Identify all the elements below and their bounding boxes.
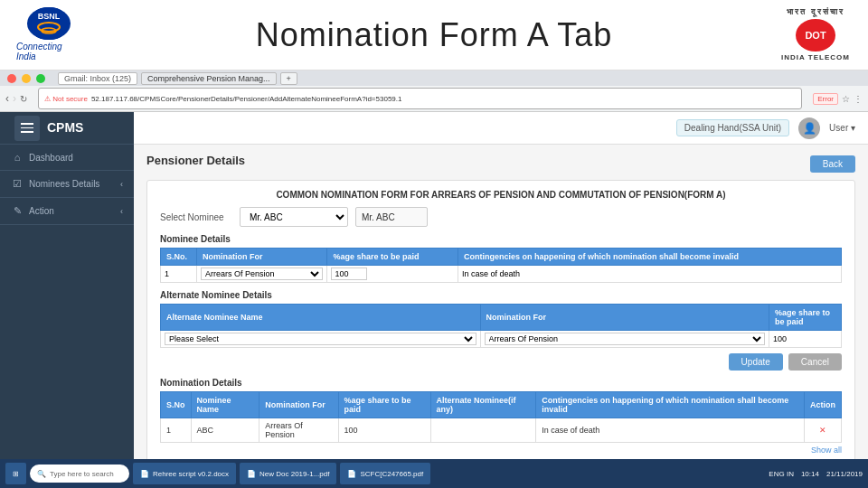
browser-chrome: Gmail: Inbox (125) Comprehensive Pension…: [0, 70, 868, 112]
alt-cell-age: 100: [769, 331, 842, 348]
bsnl-logo-icon: BSNL: [27, 7, 71, 40]
bookmark-icon[interactable]: ☆: [842, 94, 850, 104]
nd-th-name: Nominee Name: [191, 392, 259, 418]
action-icon: ✎: [11, 205, 24, 217]
dot-circle: DOT: [796, 19, 835, 52]
nd-th-age: %age share to be paid: [338, 392, 430, 418]
nominee-cell-sno: 1: [161, 266, 197, 283]
section-title: Pensioner Details: [146, 154, 245, 167]
nominee-th-contingencies: Contingencies on happening of which nomi…: [458, 249, 841, 266]
new-tab-btn[interactable]: +: [280, 72, 297, 85]
nominee-th-for: Nomination For: [197, 249, 327, 266]
sidebar-logo: CPMS: [47, 112, 83, 145]
update-button[interactable]: Update: [729, 353, 783, 371]
alt-nominee-select[interactable]: Please Select: [165, 333, 476, 345]
taskbar-search[interactable]: 🔍 Type here to search: [30, 465, 129, 483]
nd-cell-alternate: [430, 418, 536, 443]
nomination-for-select[interactable]: Arrears Of Pension: [201, 267, 323, 280]
show-all-link[interactable]: Show all: [160, 446, 842, 455]
search-placeholder-text: Type here to search: [50, 470, 114, 478]
nominee-value-display: Mr. ABC: [355, 207, 428, 227]
taskbar-item-2[interactable]: 📄 New Doc 2019-1...pdf: [240, 463, 336, 484]
app-wrapper: CPMS ⌂ Dashboard ☑ Nominees Details ‹ ✎ …: [0, 112, 868, 488]
alt-th-name: Alternate Nominee Name: [161, 305, 481, 331]
hamburger-icon[interactable]: [14, 116, 40, 141]
taskbar-doc-icon-3: 📄: [347, 470, 356, 478]
taskbar: ⊞ 🔍 Type here to search 📄 Rehree script …: [0, 459, 868, 488]
user-avatar: 👤: [798, 117, 820, 139]
nominee-cell-contingencies: In case of death: [458, 266, 841, 283]
taskbar-label-3: SCFC[C247665.pdf: [360, 470, 423, 478]
nd-cell-contingencies: In case of death: [536, 418, 805, 443]
start-button[interactable]: ⊞: [5, 463, 26, 484]
nominee-details-title: Nominee Details: [160, 234, 842, 244]
dealing-hand-label: Dealing Hand(SSA Unit): [676, 119, 789, 136]
nd-cell-sno: 1: [161, 418, 192, 443]
back-button[interactable]: Back: [810, 155, 855, 173]
nd-th-alternate: Alternate Nominee(if any): [430, 392, 536, 418]
windows-icon: ⊞: [13, 470, 19, 478]
taskbar-right: ENG IN 10:14 21/11/2019: [769, 470, 863, 478]
alt-th-age: %age share to be paid: [769, 305, 842, 331]
alt-cell-for[interactable]: Arrears Of Pension: [480, 331, 769, 348]
alt-nomination-for-select[interactable]: Arrears Of Pension: [485, 333, 765, 345]
nd-th-for: Nomination For: [259, 392, 338, 418]
nav-forward[interactable]: ›: [13, 92, 16, 105]
select-nominee-label: Select Nominee: [160, 212, 232, 222]
refresh-icon[interactable]: ↻: [20, 94, 27, 104]
nominee-cell-age[interactable]: [327, 266, 458, 283]
maximize-btn[interactable]: [36, 74, 45, 83]
taskbar-time: 10:14: [801, 470, 819, 478]
minimize-btn[interactable]: [22, 74, 31, 83]
nominee-select[interactable]: Mr. ABC: [240, 207, 348, 227]
taskbar-doc-icon-2: 📄: [247, 470, 256, 478]
taskbar-item-3[interactable]: 📄 SCFC[C247665.pdf: [340, 463, 430, 484]
taskbar-doc-icon-1: 📄: [140, 470, 149, 478]
dashboard-icon: ⌂: [11, 152, 24, 163]
cpms-tab[interactable]: Comprehensive Pension Manag...: [141, 72, 277, 85]
sidebar-item-nominees[interactable]: ☑ Nominees Details ‹: [0, 171, 134, 198]
main-content: Dealing Hand(SSA Unit) 👤 User ▾ Pensione…: [134, 112, 868, 488]
form-main-title: COMMON NOMINATION FORM FOR ARREARS OF PE…: [160, 190, 842, 200]
sidebar: CPMS ⌂ Dashboard ☑ Nominees Details ‹ ✎ …: [0, 112, 134, 488]
search-icon: 🔍: [37, 470, 46, 478]
content-area: Pensioner Details Back COMMON NOMINATION…: [134, 145, 868, 474]
action-row: Update Cancel: [160, 353, 842, 371]
nd-cell-age: 100: [338, 418, 430, 443]
select-nominee-row: Select Nominee Mr. ABC Mr. ABC: [160, 207, 842, 227]
nominees-icon: ☑: [11, 178, 24, 190]
gmail-tab[interactable]: Gmail: Inbox (125): [58, 72, 137, 85]
taskbar-lang: ENG IN: [769, 470, 794, 478]
settings-icon[interactable]: ⋮: [854, 94, 863, 104]
taskbar-item-1[interactable]: 📄 Rehree script v0.2.docx: [133, 463, 236, 484]
alternate-nominee-table: Alternate Nominee Name Nomination For %a…: [160, 304, 842, 348]
nomination-details-table: S.No Nominee Name Nomination For %age sh…: [160, 391, 842, 443]
nominee-row-1: 1 Arrears Of Pension In case of death: [161, 266, 842, 283]
dot-bottom-text: INDIA TELECOM: [781, 53, 850, 61]
nominee-th-age: %age share to be paid: [327, 249, 458, 266]
alt-th-for: Nomination For: [480, 305, 769, 331]
sidebar-item-dashboard[interactable]: ⌂ Dashboard: [0, 145, 134, 171]
bsnl-subtitle: Connecting India: [16, 42, 81, 61]
nd-cell-name: ABC: [191, 418, 259, 443]
alt-cell-name[interactable]: Please Select: [161, 331, 481, 348]
nominee-th-sno: S.No.: [161, 249, 197, 266]
alternate-nominee-title: Alternate Nominee Details: [160, 290, 842, 300]
user-label[interactable]: User ▾: [829, 123, 855, 133]
nominee-cell-for[interactable]: Arrears Of Pension: [197, 266, 327, 283]
dot-logo: भारत दूरसंचार DOT INDIA TELECOM: [779, 7, 852, 61]
cancel-button[interactable]: Cancel: [788, 353, 842, 371]
nd-cell-action[interactable]: ✕: [805, 418, 842, 443]
sidebar-item-action[interactable]: ✎ Action ‹: [0, 198, 134, 225]
sidebar-label-nominees: Nominees Details: [29, 179, 99, 189]
address-bar[interactable]: ⚠ Not secure 52.187.117.68/CPMSCore/Pens…: [38, 88, 802, 109]
nd-th-action: Action: [805, 392, 842, 418]
error-badge: Error: [813, 93, 838, 105]
nd-th-contingencies: Contingencies on happening of which nomi…: [536, 392, 805, 418]
top-bar: Dealing Hand(SSA Unit) 👤 User ▾: [134, 112, 868, 145]
age-share-input[interactable]: [331, 267, 367, 280]
close-btn[interactable]: [7, 74, 16, 83]
sidebar-label-action: Action: [29, 206, 54, 216]
form-container: COMMON NOMINATION FORM FOR ARREARS OF PE…: [146, 180, 855, 465]
nav-back[interactable]: ‹: [5, 92, 9, 105]
